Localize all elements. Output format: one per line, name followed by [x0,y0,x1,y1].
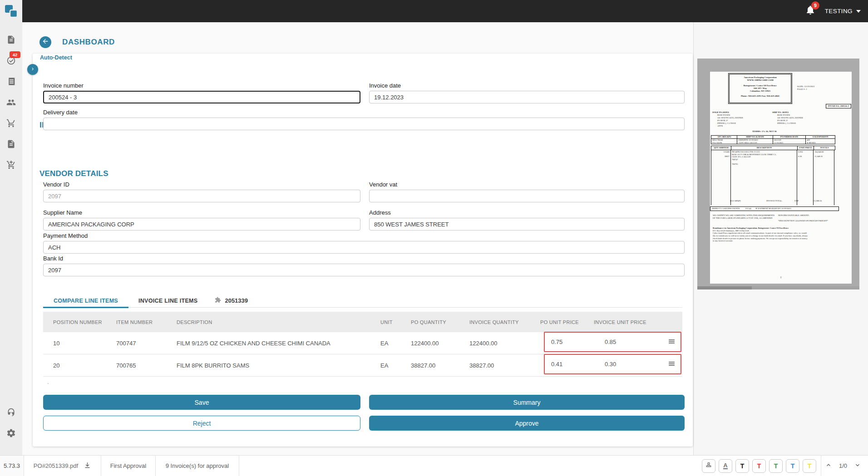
auto-detect-link[interactable]: Auto-Detect [40,54,72,61]
payment-method-field[interactable]: ACH [43,241,685,254]
bank-id-field[interactable]: 2097 [43,264,685,276]
invoice-form-card: Auto-Detect INVOICE DETAILS Invoice numb… [33,54,693,447]
stamp-icon [705,461,712,470]
row-menu-button[interactable] [662,338,681,347]
sidebar-item-vendors[interactable] [0,93,22,113]
text-tool-red[interactable]: T [752,459,766,473]
preview-terms: TERMS: 1% 10, NET 30 [752,130,776,133]
user-menu-label: TESTING [825,8,853,15]
vendor-vat-label: Vendor vat [369,181,685,188]
cell-po-unit-price: 0.75 [545,339,605,345]
invoice-date-field[interactable]: 19.12.2023 [369,91,685,103]
gear-icon [6,428,16,440]
preview-items-body: 12240038827IM 04HR210131833 JOB-215322 R… [711,150,835,205]
pdf-preview-canvas[interactable]: American Packaging Corporation WWW.AMPKC… [697,59,859,290]
cell-invoice-unit-price: 0.85 [605,339,662,345]
line-items-tabs: COMPARE LINE ITEMS INVOICE LINE ITEMS 20… [43,294,682,308]
cell-invoice-quantity: 38827.00 [469,362,534,369]
vendor-details-title: VENDOR DETAILS [39,169,108,178]
sidebar-item-files[interactable] [0,134,22,155]
cell-item-number: 700747 [116,340,177,347]
headset-icon [6,407,16,419]
preview-scrollbar[interactable] [697,286,859,290]
table-header-row: POSITION NUMBERITEM NUMBERDESCRIPTIONUNI… [43,312,682,332]
table-row: 10700747FILM 9/12/5 OZ CHICKEN AND CHEES… [43,332,682,354]
cell-po-quantity: 122400.00 [411,340,469,347]
user-menu[interactable]: TESTING [825,8,861,15]
top-bar: 9 TESTING [22,0,868,22]
bell-icon [805,9,816,17]
preview-invoice-number: INVOICE#: 200524-3 [826,104,851,108]
summary-button[interactable]: Summary [369,395,685,410]
text-tool-blue[interactable]: T [786,459,799,473]
document-icon [6,139,16,151]
page-indicator: 1/0 [839,462,847,469]
price-mismatch-box: 0.750.85 [544,332,681,352]
cell-position: 20 [43,362,116,369]
sidebar-item-documents[interactable] [0,30,22,51]
cell-invoice-unit-price: 0.30 [605,361,662,368]
cart-icon [6,118,16,130]
column-header: POSITION NUMBER [43,319,116,325]
sidebar-item-purchase[interactable] [0,155,22,176]
po-file-link[interactable]: PO#2051339.pdf [24,456,101,476]
save-button[interactable]: Save [43,395,360,410]
text-tool-green[interactable]: T [769,459,783,473]
page-down-button[interactable] [853,461,862,471]
cell-po-quantity: 38827.00 [411,362,469,369]
bank-id-label: Bank Id [43,255,685,262]
cell-invoice-quantity: 122400.00 [469,340,534,347]
row-menu-button[interactable] [662,360,681,369]
app-logo[interactable] [4,4,18,18]
sidebar-item-orders[interactable] [0,113,22,134]
vendor-id-field[interactable]: 2097 [43,190,360,202]
preview-remittance: Remittances to:American Packaging Corpor… [713,227,808,242]
supplier-name-label: Supplier Name [43,209,360,216]
chevron-up-icon [825,462,832,470]
notifications-button[interactable]: 9 [805,5,817,18]
reject-button[interactable]: Reject [43,416,360,431]
text-tool-yellow[interactable]: T [803,459,816,473]
people-icon [6,98,16,109]
tab-po-document[interactable]: 2051339 [215,297,248,304]
sidebar-item-settings[interactable] [0,423,22,444]
compare-line-items-table: POSITION NUMBERITEM NUMBERDESCRIPTIONUNI… [43,312,682,377]
receipt-icon [6,77,16,88]
stamp-tool[interactable] [702,459,715,473]
po-number-label: 2051339 [225,297,248,304]
approve-button[interactable]: Approve [369,416,685,431]
text-tool-black[interactable]: T [735,459,749,473]
notification-count-badge: 9 [811,1,819,10]
address-field[interactable]: 850 WEST JAMES STREET [369,218,685,231]
cell-po-unit-price: 0.41 [545,361,605,368]
column-header: DESCRIPTION [177,319,380,325]
preview-date: DATE: 12/19/2023 PAGE #: 1 [797,85,814,91]
tab-invoice-line-items[interactable]: INVOICE LINE ITEMS [128,294,207,308]
tab-compare-line-items[interactable]: COMPARE LINE ITEMS [43,294,128,308]
app-version: 5.73.3 [0,456,24,476]
preview-company-box: American Packaging Corporation WWW.AMPKC… [729,74,791,103]
back-button[interactable] [39,36,51,48]
column-header: PO UNIT PRICE [534,319,594,325]
column-header: INVOICE QUANTITY [469,319,534,325]
price-mismatch-box: 0.410.30 [544,354,681,374]
document-icon [6,35,16,46]
delivery-date-field[interactable] [43,118,685,130]
sidebar-item-invoices[interactable] [0,72,22,93]
invoice-number-field[interactable]: 200524 - 3 [43,91,360,103]
supplier-name-field[interactable]: AMERICAN PACKAGING CORP [43,218,360,231]
page-up-button[interactable] [824,461,833,471]
underline-tool[interactable]: A [719,459,732,473]
sidebar-item-approvals[interactable]: 42 [0,51,22,72]
table-footnote: . [47,378,49,385]
puzzle-icon [215,297,221,304]
download-icon [84,461,91,471]
column-header: UNIT [380,319,411,325]
column-header: PO UNIT PRICEINVOICE UNIT PRICE [534,319,671,325]
vendor-vat-field[interactable] [369,190,685,202]
cart-plus-icon [6,160,16,172]
cell-description: FILM 8PK BURRITO SAMS [177,362,380,369]
cell-unit: EA [380,362,411,369]
sidebar-item-support[interactable] [0,402,22,423]
collapse-panel-button[interactable] [27,64,38,75]
